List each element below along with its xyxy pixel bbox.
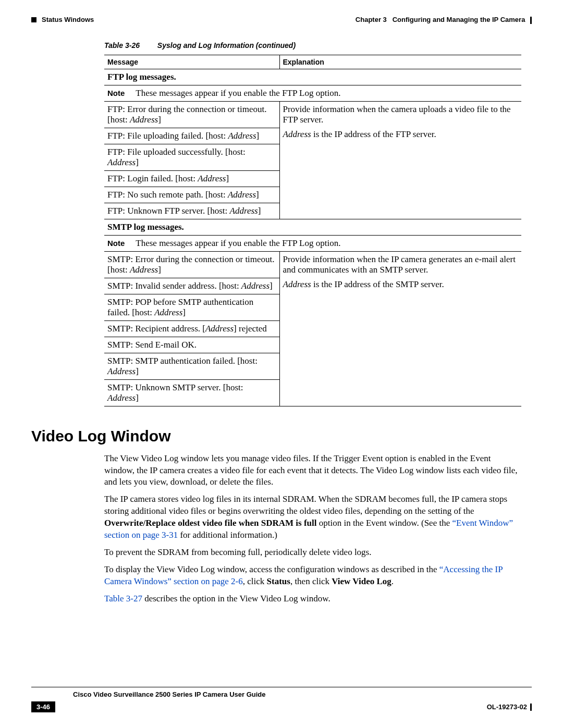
note-label: Note	[107, 89, 125, 97]
smtp-msg-7: SMTP: Unknown SMTP server. [host: Addres…	[104, 379, 279, 406]
para-2: The IP camera stores video log files in …	[104, 493, 521, 541]
table-title: Syslog and Log Information (continued)	[157, 41, 296, 50]
para-4: To display the View Video Log window, ac…	[104, 564, 521, 588]
smtp-msg-1: SMTP: Error during the connection or tim…	[104, 251, 279, 278]
ftp-msg-3: FTP: File uploaded successfully. [host: …	[104, 144, 279, 170]
page-footer: Cisco Video Surveillance 2500 Series IP …	[31, 687, 532, 712]
log-table: Message Explanation FTP log messages. No…	[104, 55, 521, 406]
header-chapter: Chapter 3	[356, 16, 387, 23]
th-message: Message	[104, 55, 279, 69]
smtp-msg-4: SMTP: Recipient address. [Address] rejec…	[104, 320, 279, 337]
th-explanation: Explanation	[279, 55, 521, 69]
table-number: Table 3-26	[104, 41, 140, 50]
footer-guide-title: Cisco Video Surveillance 2500 Series IP …	[73, 690, 532, 698]
doc-id: OL-19273-02	[487, 703, 527, 711]
smtp-note-text: These messages appear if you enable the …	[136, 238, 340, 248]
ftp-note-cell: Note These messages appear if you enable…	[104, 85, 521, 101]
ftp-msg-6: FTP: Unknown FTP server. [host: Address]	[104, 203, 279, 219]
ftp-msg-5: FTP: No such remote path. [host: Address…	[104, 187, 279, 203]
ftp-explanation: Provide information when the camera uplo…	[279, 101, 521, 219]
header-marker-icon	[31, 17, 36, 22]
page-header: Status Windows Chapter 3 Configuring and…	[31, 16, 532, 26]
para-3: To prevent the SDRAM from becoming full,…	[104, 547, 521, 559]
section-heading: Video Log Window	[31, 427, 532, 445]
smtp-msg-5: SMTP: Send E-mail OK.	[104, 337, 279, 353]
header-bar-icon	[530, 17, 532, 24]
table-caption: Table 3-26 Syslog and Log Information (c…	[104, 41, 521, 50]
header-section: Status Windows	[42, 16, 94, 23]
smtp-explanation: Provide information when the IP camera g…	[279, 251, 521, 406]
ftp-msg-1: FTP: Error during the connection or time…	[104, 101, 279, 128]
smtp-section-title: SMTP log messages.	[104, 219, 521, 235]
header-chapter-title: Configuring and Managing the IP Camera	[393, 16, 525, 23]
smtp-msg-6: SMTP: SMTP authentication failed. [host:…	[104, 353, 279, 379]
para-1: The View Video Log window lets you manag…	[104, 453, 521, 489]
note-label: Note	[107, 239, 125, 248]
para-5: Table 3-27 describes the option in the V…	[104, 593, 521, 605]
smtp-msg-2: SMTP: Invalid sender address. [host: Add…	[104, 278, 279, 294]
page-number: 3-46	[31, 701, 55, 712]
ftp-note-text: These messages appear if you enable the …	[136, 88, 340, 98]
link-table-3-27[interactable]: Table 3-27	[104, 594, 142, 603]
footer-bar-icon	[530, 704, 532, 711]
ftp-section-title: FTP log messages.	[104, 69, 521, 85]
ftp-msg-2: FTP: File uploading failed. [host: Addre…	[104, 128, 279, 144]
smtp-note-cell: Note These messages appear if you enable…	[104, 235, 521, 251]
ftp-msg-4: FTP: Login failed. [host: Address]	[104, 170, 279, 187]
smtp-msg-3: SMTP: POP before SMTP authentication fai…	[104, 294, 279, 320]
